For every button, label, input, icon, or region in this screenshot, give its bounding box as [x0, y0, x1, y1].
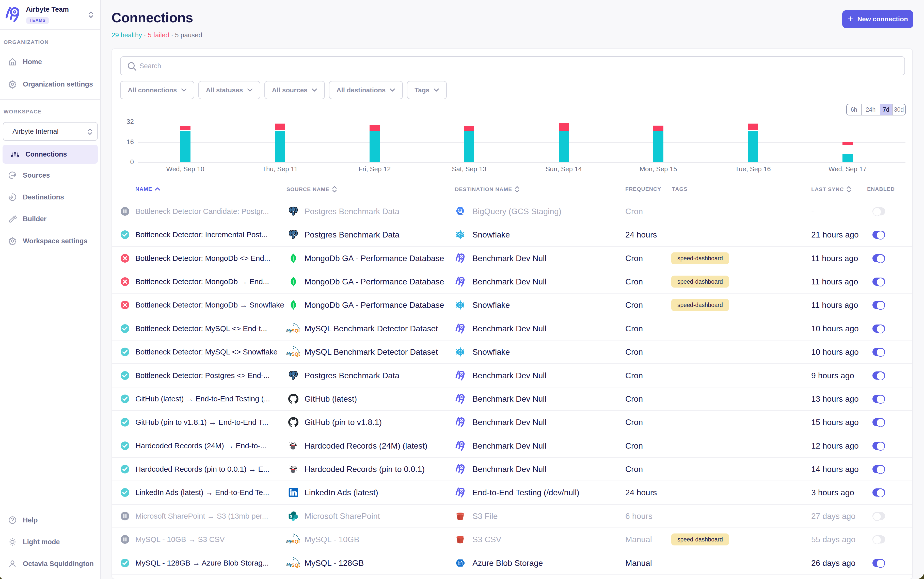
svg-text:S: S [290, 514, 292, 518]
svg-text:SQL: SQL [291, 539, 300, 544]
svg-text:SQL: SQL [291, 328, 300, 333]
svg-text:SQL: SQL [291, 562, 300, 568]
svg-text:SQL: SQL [291, 352, 300, 357]
svg-text:01: 01 [459, 563, 461, 565]
